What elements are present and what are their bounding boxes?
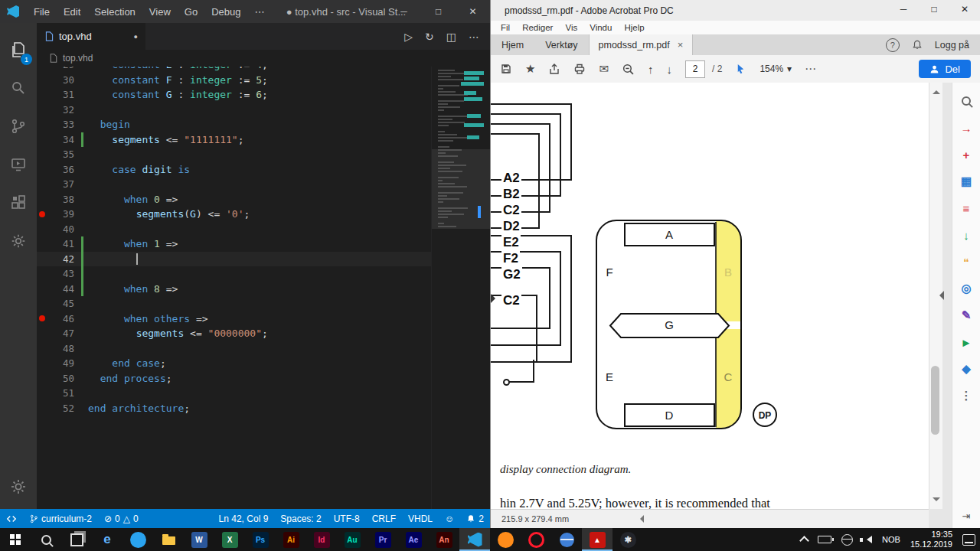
menu-vis[interactable]: Vis (560, 23, 583, 32)
notifications-bell[interactable]: 2 (460, 509, 490, 528)
git-branch-indicator[interactable]: curriculum-2 (23, 509, 98, 528)
code-line[interactable]: 47 segments <= "0000000"; (37, 326, 432, 341)
breadcrumb[interactable]: top.vhd (37, 50, 490, 67)
breakpoint-gutter[interactable] (37, 371, 47, 386)
split-editor-icon[interactable]: ◫ (446, 31, 456, 43)
code-line[interactable]: 44 when 8 => (37, 282, 432, 297)
more-actions-icon[interactable]: ⋯ (469, 31, 479, 43)
expand-left-panel-arrow[interactable] (491, 294, 500, 303)
code-line[interactable]: 43 (37, 266, 432, 282)
notifications-bell-icon[interactable] (912, 40, 923, 51)
photoshop-icon[interactable]: Ps (245, 528, 276, 551)
compress-pdf-icon[interactable]: ↓ (959, 227, 974, 243)
code-line[interactable]: 51 (37, 386, 432, 401)
code-line[interactable]: 34 segments <= "1111111"; (37, 132, 432, 148)
language-indicator[interactable]: NOB (882, 535, 900, 544)
refresh-icon[interactable]: ↻ (425, 31, 434, 43)
edge-icon[interactable]: e (92, 528, 122, 551)
scroll-up-arrow[interactable] (933, 86, 940, 94)
menu-rediger[interactable]: Rediger (517, 23, 558, 32)
menu-selection[interactable]: Selection (87, 0, 142, 23)
share-icon[interactable] (548, 63, 560, 75)
code-line[interactable]: 32 (37, 103, 432, 118)
find-tool-icon[interactable] (959, 93, 974, 109)
menu-overflow[interactable]: ⋯ (247, 0, 271, 23)
remote-debug-icon[interactable] (0, 145, 37, 184)
breakpoint-gutter[interactable] (37, 73, 47, 88)
breakpoint-dot[interactable] (37, 207, 47, 222)
vscode-taskbar-icon[interactable] (459, 528, 490, 551)
minimap-slider[interactable] (432, 149, 490, 229)
combine-files-icon[interactable]: ▦ (959, 174, 974, 189)
code-line[interactable]: 52end architecture; (37, 401, 432, 416)
code-line[interactable]: 40 (37, 222, 432, 237)
favorite-star-icon[interactable]: ★ (525, 62, 535, 76)
premiere-icon[interactable]: Pr (368, 528, 398, 551)
zoom-out-icon[interactable] (622, 63, 635, 76)
remote-indicator[interactable] (0, 509, 23, 528)
globe-browser-icon[interactable] (551, 528, 582, 551)
code-line[interactable]: 42 (37, 252, 432, 267)
folder-icon[interactable] (153, 528, 184, 551)
breakpoint-gutter[interactable] (37, 162, 47, 178)
breakpoint-gutter[interactable] (37, 132, 47, 148)
taskbar-clock[interactable]: 19:35 15.12.2019 (910, 530, 952, 549)
code-line[interactable]: 49 end case; (37, 356, 432, 371)
code-line[interactable]: 39 segments(G) <= '0'; (37, 207, 432, 222)
breakpoint-gutter[interactable] (37, 296, 47, 311)
close-tab-icon[interactable]: × (678, 39, 684, 51)
share-del-button[interactable]: Del (919, 60, 971, 78)
close-button[interactable]: ✕ (456, 0, 490, 23)
breakpoint-gutter[interactable] (37, 282, 47, 297)
code-editor[interactable]: 29 constant E : integer := 4;30 constant… (37, 67, 490, 509)
modified-dot-icon[interactable]: ● (134, 33, 138, 41)
menu-file[interactable]: File (27, 0, 57, 23)
organize-pages-icon[interactable]: ≡ (959, 201, 974, 216)
code-line[interactable]: 35 (37, 147, 432, 162)
breakpoint-gutter[interactable] (37, 87, 47, 103)
menu-debug[interactable]: Debug (204, 0, 247, 23)
settings-gear-icon[interactable] (0, 468, 37, 506)
acrobat-minimize-button[interactable]: ─ (888, 0, 919, 20)
tray-expand-icon[interactable] (799, 536, 809, 546)
comment-icon[interactable]: “ (959, 254, 974, 269)
breakpoint-gutter[interactable] (37, 192, 47, 207)
breakpoint-gutter[interactable] (37, 222, 47, 237)
menu-view[interactable]: View (142, 0, 178, 23)
indentation-setting[interactable]: Spaces: 2 (274, 509, 327, 528)
menu-go[interactable]: Go (178, 0, 204, 23)
code-line[interactable]: 48 (37, 341, 432, 357)
export-pdf-icon[interactable]: → (959, 120, 974, 135)
more-tools-icon[interactable]: ⋮ (959, 388, 974, 403)
audition-icon[interactable]: Au (337, 528, 368, 551)
fill-sign-icon[interactable]: ✎ (959, 308, 974, 323)
zoom-level-dropdown[interactable]: 154% ▾ (760, 64, 792, 74)
menu-vindu[interactable]: Vindu (584, 23, 617, 32)
page-number-input[interactable]: 2 (685, 60, 705, 78)
extensions-icon[interactable] (0, 184, 37, 222)
indesign-icon[interactable]: Id (306, 528, 337, 551)
help-icon[interactable]: ? (886, 38, 900, 52)
code-line[interactable]: 50 end process; (37, 371, 432, 386)
breakpoint-gutter[interactable] (37, 326, 47, 341)
taskbar-search-icon[interactable] (31, 528, 61, 551)
page-down-icon[interactable]: ↓ (667, 63, 673, 76)
breakpoint-gutter[interactable] (37, 252, 47, 267)
code-line[interactable]: 37 (37, 177, 432, 192)
explorer-icon[interactable]: 1 (0, 31, 37, 69)
excel-icon[interactable]: X (214, 528, 245, 551)
code-line[interactable]: 46 when others => (37, 311, 432, 327)
breakpoint-gutter[interactable] (37, 266, 47, 282)
breakpoint-gutter[interactable] (37, 67, 47, 73)
tools-icon[interactable] (0, 222, 37, 260)
cursor-position[interactable]: Ln 42, Col 9 (213, 509, 275, 528)
browser-icon[interactable] (122, 528, 153, 551)
word-icon[interactable]: W (184, 528, 214, 551)
menu-fil[interactable]: Fil (495, 23, 515, 32)
breakpoint-gutter[interactable] (37, 147, 47, 162)
start-button[interactable] (0, 528, 31, 551)
notification-center-icon[interactable] (962, 534, 975, 546)
code-line[interactable]: 29 constant E : integer := 4; (37, 67, 432, 73)
send-review-icon[interactable]: ► (959, 334, 974, 350)
email-icon[interactable]: ✉ (599, 62, 609, 76)
